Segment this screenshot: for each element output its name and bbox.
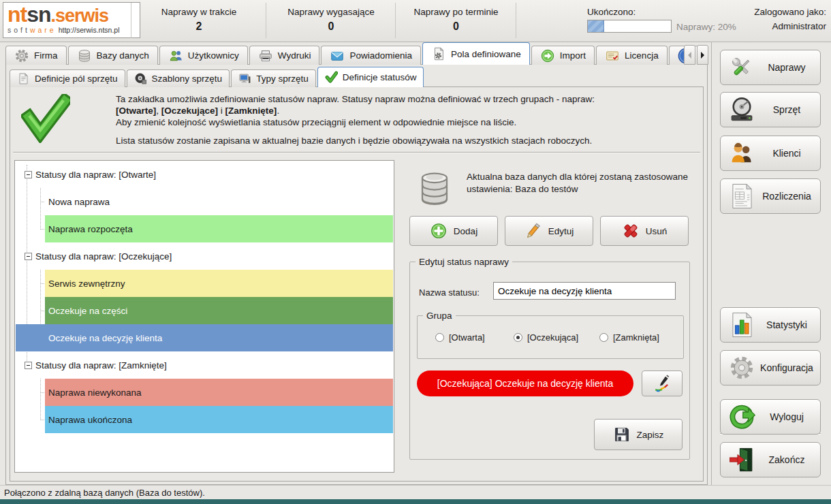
sidebar-label: Wyloguj	[756, 411, 820, 422]
status-preview-pill[interactable]: [Oczekująca] Oczekuje na decyzję klienta	[417, 371, 633, 396]
radio-zamknieta[interactable]: [Zamknięta]	[599, 316, 659, 358]
tree-group-open[interactable]: Statusy dla napraw: [Otwarte]	[16, 161, 393, 188]
arrow-right-icon[interactable]	[697, 45, 708, 65]
status-row[interactable]: Naprawa ukończona	[45, 406, 393, 433]
tab-licencja[interactable]: Licencja	[596, 46, 668, 65]
groupbox-title: Edytuj status naprawy	[416, 257, 512, 267]
tree-item[interactable]: Nowa naprawa	[16, 188, 393, 215]
info-sep: ,	[156, 106, 161, 116]
tab-label: Firma	[34, 50, 58, 61]
sidebar-button-rozliczenia[interactable]: Rozliczenia	[720, 178, 821, 214]
stat-separator	[516, 3, 516, 38]
radio-oczekujaca[interactable]: [Oczekująca]	[514, 316, 578, 358]
sidebar-button-wyloguj[interactable]: Wyloguj	[720, 399, 821, 435]
tab-label: Wydruki	[278, 50, 311, 61]
sidebar-label: Zakończ	[756, 454, 820, 465]
exit-door-icon	[727, 445, 756, 474]
radio-control[interactable]	[435, 333, 444, 342]
save-button[interactable]: Zapisz	[594, 419, 683, 450]
status-name-input[interactable]	[493, 282, 676, 300]
arrow-left-icon[interactable]	[684, 45, 695, 65]
tree-item[interactable]: Naprawa rozpoczęta	[16, 215, 393, 242]
tab-pola-definiowane[interactable]: Pola definiowane	[422, 42, 530, 65]
stat-label: Naprawy w trakcie	[131, 7, 266, 17]
subtab-definicje-statusow[interactable]: Definicje statusów	[317, 67, 424, 87]
status-name-label: Nazwa statusu:	[419, 287, 480, 298]
device-icon	[134, 72, 147, 85]
tree-group-waiting[interactable]: Statusy dla napraw: [Oczekujące]	[16, 242, 393, 270]
info-text: Ta zakładka umożliwia zdefiniowanie stat…	[116, 93, 691, 146]
edit-button[interactable]: Edytuj	[505, 216, 593, 246]
collapse-icon[interactable]	[25, 253, 32, 260]
status-row[interactable]: Naprawa niewykonana	[45, 379, 393, 406]
radio-control[interactable]	[599, 333, 608, 342]
collapse-icon[interactable]	[25, 362, 32, 369]
subtab-definicje-pol-sprzetu[interactable]: Definicje pól sprzętu	[10, 69, 125, 87]
status-row[interactable]: Naprawa rozpoczęta	[45, 215, 393, 242]
logo-soft: soft	[7, 26, 30, 34]
tree-group-label: Statusy dla napraw: [Oczekujące]	[35, 242, 172, 270]
header-bar: ntsn.serwis software http://serwis.ntsn.…	[0, 0, 831, 42]
subtab-typy-sprzetu[interactable]: Typy sprzętu	[231, 69, 316, 87]
logo-ware: ware	[30, 26, 57, 34]
button-label: Dodaj	[454, 226, 477, 236]
tab-import[interactable]: Import	[531, 46, 595, 65]
stat-expiring: Naprawy wygasające 0	[266, 3, 396, 38]
add-button[interactable]: Dodaj	[409, 216, 498, 246]
tree-item[interactable]: Naprawa ukończona	[16, 406, 393, 433]
radio-label: [Zamknięta]	[613, 332, 659, 343]
subtab-szablony-sprzetu[interactable]: Szablony sprzętu	[127, 69, 230, 87]
tab-firma[interactable]: Firma	[5, 46, 67, 65]
gear-icon	[14, 48, 29, 63]
tree-group-closed[interactable]: Statusy dla napraw: [Zamknięte]	[16, 351, 393, 379]
tab-scroll-arrows	[684, 45, 708, 65]
status-label: Serwis zewnętrzny	[48, 279, 125, 289]
radio-otwarta[interactable]: [Otwarta]	[435, 316, 485, 358]
sidebar-button-konfiguracja[interactable]: Konfiguracja	[720, 350, 821, 385]
tab-bazy-danych[interactable]: Bazy danych	[68, 46, 158, 65]
logo-wordmark: ntsn.serwis	[7, 4, 136, 26]
radio-control[interactable]	[514, 333, 522, 342]
sidebar: Naprawy Sprzęt Klienci Rozliczenia Staty…	[711, 42, 831, 485]
group-groupbox: Grupa [Otwarta] [Oczekująca] [Zamknięta]	[417, 315, 684, 359]
subtab-label: Szablony sprzętu	[152, 74, 223, 84]
color-brush-icon	[653, 375, 671, 392]
tab-label: Bazy danych	[97, 50, 149, 61]
info-line: [Otwarte], [Oczekujące] i [Zamknięte].	[116, 105, 691, 116]
tab-uzytkownicy[interactable]: Użytkownicy	[159, 46, 248, 65]
radio-label: [Otwarta]	[449, 332, 485, 343]
status-row[interactable]: Nowa naprawa	[45, 188, 393, 215]
logo-nt: nt	[7, 2, 27, 27]
info-sep: .	[277, 106, 279, 116]
status-row[interactable]: Serwis zewnętrzny	[45, 270, 393, 297]
tab-wydruki[interactable]: Wydruki	[249, 46, 320, 65]
sidebar-button-statystyki[interactable]: Statystyki	[720, 307, 821, 343]
delete-button[interactable]: Usuń	[600, 216, 689, 246]
main-tab-bar: Firma Bazy danych Użytkownicy Wydruki Po…	[5, 42, 704, 65]
sidebar-button-sprzet[interactable]: Sprzęt	[720, 92, 821, 127]
sidebar-label: Rozliczenia	[756, 191, 820, 202]
sidebar-label: Konfiguracja	[756, 362, 820, 373]
floppy-icon	[613, 426, 631, 443]
sidebar-button-naprawy[interactable]: Naprawy	[720, 50, 821, 85]
stat-value: 0	[396, 20, 516, 33]
sidebar-button-zakoncz[interactable]: Zakończ	[720, 442, 821, 477]
tree-item-selected[interactable]: Oczekuje na decyzję klienta	[16, 324, 393, 351]
progress-bar	[587, 20, 672, 33]
color-picker-button[interactable]	[642, 371, 683, 396]
button-label: Usuń	[646, 226, 668, 236]
tab-label: Pola definiowane	[451, 49, 521, 59]
status-row[interactable]: Oczekuje na decyzję klienta	[16, 324, 393, 351]
status-row[interactable]: Oczekuje na części	[45, 297, 393, 324]
collapse-icon[interactable]	[25, 171, 32, 178]
gear-icon	[727, 353, 756, 382]
tree-item[interactable]: Oczekuje na części	[16, 297, 393, 324]
tab-page-panel: Definicje pól sprzętu Szablony sprzętu T…	[5, 64, 708, 485]
plus-icon	[430, 222, 448, 240]
tree-item[interactable]: Serwis zewnętrzny	[16, 270, 393, 297]
tab-powiadomienia[interactable]: Powiadomienia	[321, 46, 421, 65]
license-icon	[605, 48, 620, 63]
tree-item[interactable]: Naprawa niewykonana	[16, 379, 393, 406]
subtab-label: Definicje pól sprzętu	[35, 74, 118, 84]
sidebar-button-klienci[interactable]: Klienci	[720, 136, 821, 171]
